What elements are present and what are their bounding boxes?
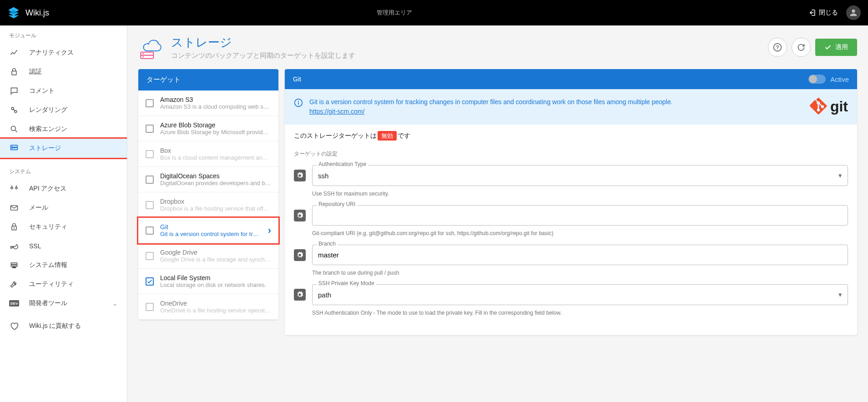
svg-point-22: [298, 101, 299, 102]
checkbox-icon[interactable]: [146, 176, 154, 184]
devtools-icon: DEV: [9, 298, 19, 308]
status-badge: 無効: [378, 131, 397, 141]
target-item[interactable]: BoxBox is a cloud content management and…: [138, 141, 278, 167]
close-button[interactable]: 閉じる: [808, 9, 838, 17]
target-item[interactable]: DigitalOcean SpacesDigitalOcean provides…: [138, 167, 278, 192]
sidebar-item-label: ユーティリティ: [29, 280, 74, 288]
ssl-icon: [9, 241, 19, 251]
ssh-key-mode-value: path: [318, 291, 331, 299]
field-ssh-key-row: SSH Private Key Mode path ▾: [294, 284, 848, 305]
sidebar-item-search[interactable]: 検索エンジン: [0, 120, 127, 139]
sidebar-item-analytics[interactable]: アナリティクス: [0, 43, 127, 62]
info-link[interactable]: https://git-scm.com/: [309, 108, 364, 115]
refresh-button[interactable]: [792, 38, 811, 57]
checkbox-icon[interactable]: [146, 303, 154, 311]
page-subtitle: コンテンツのバックアップと同期のターゲットを設定します: [171, 51, 761, 60]
target-text: Google DriveGoogle Drive is a file stora…: [160, 249, 271, 263]
user-avatar[interactable]: [846, 5, 861, 20]
auth-type-value: ssh: [318, 172, 328, 180]
status-prefix: このストレージターゲットは: [294, 132, 377, 139]
sidebar-item-mail[interactable]: メール: [0, 198, 127, 217]
sidebar-item-storage[interactable]: ストレージ: [0, 139, 127, 158]
sidebar-item-sysinfo[interactable]: システム情報: [0, 256, 127, 275]
page-title: ストレージ: [171, 35, 761, 50]
details-card: Git Active Git is a version control syst…: [285, 69, 857, 335]
checkbox-icon[interactable]: [146, 201, 154, 209]
git-logo-text: git: [830, 98, 848, 115]
details-header: Git Active: [285, 69, 857, 89]
details-body: このストレージターゲットは無効です ターゲットの設定 Authenticatio…: [285, 125, 857, 335]
field-label: Repository URI: [317, 201, 357, 207]
apply-button[interactable]: 適用: [815, 39, 857, 56]
field-label: Authentication Type: [317, 161, 368, 167]
search-icon: [9, 124, 19, 134]
help-button[interactable]: ?: [768, 38, 787, 57]
target-text: DropboxDropbox is a file hosting service…: [160, 198, 271, 212]
heart-icon: [9, 321, 19, 331]
checkbox-icon[interactable]: [146, 150, 154, 158]
active-switch[interactable]: [808, 75, 826, 84]
target-item[interactable]: GitGit is a version control system for t…: [138, 218, 278, 243]
active-toggle-wrap: Active: [808, 75, 849, 84]
checkbox-checked-icon[interactable]: [146, 277, 154, 286]
target-name: Git: [160, 223, 262, 231]
gear-icon: [294, 249, 306, 261]
target-item[interactable]: Amazon S3Amazon S3 is a cloud computing …: [138, 90, 278, 116]
auth-type-field[interactable]: Authentication Type ssh ▾: [312, 165, 848, 186]
target-item[interactable]: OneDriveOneDrive is a file hosting servi…: [138, 294, 278, 320]
sidebar-item-utilities[interactable]: ユーティリティ: [0, 275, 127, 294]
chevron-down-icon: ▾: [838, 171, 842, 180]
checkbox-icon[interactable]: [146, 125, 154, 133]
header-actions: 閉じる: [808, 5, 861, 20]
page-actions: ? 適用: [768, 38, 857, 57]
target-name: OneDrive: [160, 300, 271, 307]
info-icon: [294, 98, 303, 107]
sidebar-item-auth[interactable]: 認証: [0, 62, 127, 81]
field-label: Branch: [317, 241, 338, 247]
sidebar-item-contribute[interactable]: Wiki.js に貢献する: [0, 317, 127, 336]
branch-input[interactable]: [312, 245, 848, 265]
ssh-key-mode-select[interactable]: path ▾: [312, 284, 848, 305]
svg-point-6: [12, 146, 13, 147]
sysinfo-icon: [9, 260, 19, 270]
target-item[interactable]: Local File SystemLocal storage on disk o…: [138, 269, 278, 294]
svg-text:DEV: DEV: [10, 302, 18, 306]
target-desc: Local storage on disk or network shares.: [160, 281, 271, 288]
gear-icon: [294, 170, 306, 181]
sidebar-item-comments[interactable]: コメント: [0, 81, 127, 100]
chevron-right-icon: ›: [268, 225, 271, 236]
target-name: DigitalOcean Spaces: [160, 172, 271, 180]
git-icon: [809, 97, 828, 116]
repo-uri-input[interactable]: [312, 205, 848, 226]
checkbox-icon[interactable]: [146, 99, 154, 107]
user-icon: [848, 8, 858, 18]
target-item[interactable]: DropboxDropbox is a file hosting service…: [138, 192, 278, 218]
target-desc: Azure Blob Storage by Microsoft provides…: [160, 129, 271, 136]
sidebar-item-label: SSL: [29, 242, 41, 250]
sidebar-item-ssl[interactable]: SSL: [0, 236, 127, 256]
gear-icon: [294, 289, 306, 301]
settings-section-label: ターゲットの設定: [294, 150, 848, 158]
help-icon: ?: [773, 43, 782, 52]
target-text: BoxBox is a cloud content management and…: [160, 147, 271, 161]
target-item[interactable]: Azure Blob StorageAzure Blob Storage by …: [138, 116, 278, 141]
checkbox-icon[interactable]: [146, 226, 154, 235]
ssh-key-mode-field[interactable]: SSH Private Key Mode path ▾: [312, 284, 848, 305]
storage-page-icon: [138, 35, 164, 60]
target-text: Local File SystemLocal storage on disk o…: [160, 274, 271, 288]
sidebar-item-security[interactable]: セキュリティ: [0, 217, 127, 236]
chevron-down-icon: ⌄: [112, 300, 118, 307]
sidebar-item-api[interactable]: API アクセス: [0, 179, 127, 198]
sidebar-item-rendering[interactable]: レンダリング: [0, 100, 127, 120]
sidebar-item-devtools[interactable]: DEV開発者ツール⌄: [0, 294, 127, 313]
field-branch-row: Branch: [294, 245, 848, 265]
exit-icon: [808, 9, 816, 17]
auth-type-select[interactable]: ssh ▾: [312, 165, 848, 186]
target-item[interactable]: Google DriveGoogle Drive is a file stora…: [138, 243, 278, 269]
ssh-key-hint: SSH Authentication Only - The mode to us…: [294, 307, 848, 324]
checkbox-icon[interactable]: [146, 252, 154, 260]
status-line: このストレージターゲットは無効です: [294, 132, 848, 140]
branch-field[interactable]: Branch: [312, 245, 848, 265]
sidebar-section-system: システム: [0, 165, 127, 179]
repo-uri-field[interactable]: Repository URI: [312, 205, 848, 226]
